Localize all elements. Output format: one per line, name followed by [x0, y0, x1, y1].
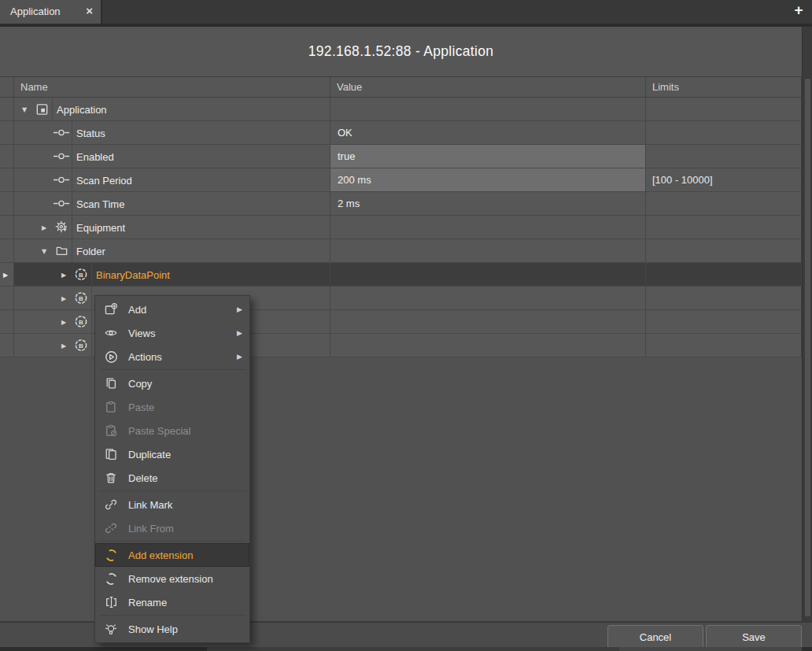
- expand-arrow-icon[interactable]: ▶: [39, 224, 49, 231]
- value-cell[interactable]: [330, 98, 645, 120]
- tree-indent-guide: [72, 145, 72, 168]
- value-cell[interactable]: [330, 310, 645, 333]
- menu-item-actions[interactable]: Actions▶: [95, 345, 249, 368]
- add-tab-button[interactable]: +: [790, 2, 807, 19]
- limits-text: [100 - 10000]: [652, 174, 713, 186]
- limits-cell: [645, 287, 802, 309]
- menu-item-label: Delete: [128, 472, 158, 484]
- limits-cell: [100 - 10000]: [645, 168, 802, 191]
- limits-cell: [645, 334, 802, 357]
- vertical-scrollbar[interactable]: [802, 27, 812, 621]
- cancel-button[interactable]: Cancel: [607, 625, 703, 649]
- menu-item-add-extension[interactable]: Add extension: [95, 543, 249, 567]
- play-icon: [103, 350, 119, 364]
- limits-cell: [645, 310, 802, 333]
- tree-item-label: Application: [57, 103, 107, 115]
- save-button[interactable]: Save: [706, 625, 802, 649]
- menu-item-label: Paste: [128, 401, 154, 413]
- column-header-value[interactable]: Value: [330, 77, 645, 97]
- column-header-name[interactable]: Name: [14, 77, 330, 97]
- copy-icon: [103, 376, 119, 390]
- row-gutter[interactable]: [0, 145, 14, 168]
- value-text: true: [338, 150, 355, 162]
- table-row-enabled[interactable]: Enabledtrue: [0, 145, 802, 168]
- menu-item-delete[interactable]: Delete: [95, 466, 249, 490]
- menu-item-duplicate[interactable]: Duplicate: [95, 442, 249, 466]
- menu-item-link-mark[interactable]: Link Mark: [95, 493, 249, 516]
- row-gutter[interactable]: [0, 121, 14, 144]
- limits-cell: [645, 239, 802, 262]
- menu-item-add[interactable]: Add▶: [95, 298, 249, 321]
- table-row-equipment[interactable]: ▶Equipment: [0, 216, 802, 239]
- value-cell[interactable]: [330, 287, 645, 309]
- tab-application[interactable]: Application ×: [0, 0, 102, 24]
- collapse-arrow-icon[interactable]: ▼: [20, 105, 29, 113]
- window-bottom-edge: [0, 647, 812, 651]
- paste-special-icon: [103, 424, 119, 438]
- tab-bar: Application × +: [0, 0, 812, 24]
- menu-item-label: Link From: [128, 523, 174, 534]
- context-menu: Add▶Views▶Actions▶CopyPastePaste Special…: [94, 295, 250, 643]
- table-row-folder[interactable]: ▼Folder: [0, 239, 802, 263]
- row-gutter[interactable]: [0, 98, 14, 120]
- menu-item-label: Show Help: [128, 623, 178, 635]
- expand-arrow-icon[interactable]: ▶: [59, 271, 68, 278]
- value-text: 2 ms: [338, 198, 360, 209]
- value-cell[interactable]: true: [330, 145, 645, 168]
- extension-icon: [103, 571, 119, 586]
- value-cell[interactable]: OK: [330, 121, 645, 144]
- equipment-icon: [54, 220, 69, 235]
- table-row-status[interactable]: StatusOK: [0, 121, 802, 145]
- table-row-binarydatapoint[interactable]: ▶▶BBinaryDataPoint: [0, 263, 802, 287]
- value-cell[interactable]: [330, 334, 645, 357]
- menu-item-copy[interactable]: Copy: [95, 372, 249, 395]
- value-cell[interactable]: 200 ms: [330, 168, 645, 191]
- binary-datapoint-icon: B: [73, 314, 89, 329]
- menu-item-label: Link Mark: [128, 499, 172, 511]
- menu-item-rename[interactable]: Rename: [95, 590, 249, 614]
- row-gutter[interactable]: [0, 310, 14, 333]
- expand-arrow-icon[interactable]: ▶: [59, 342, 68, 349]
- menu-item-show-help[interactable]: Show Help: [95, 617, 249, 641]
- row-gutter[interactable]: ▶: [0, 263, 14, 286]
- value-cell[interactable]: [330, 239, 645, 262]
- row-gutter[interactable]: [0, 168, 14, 191]
- menu-item-paste-special[interactable]: Paste Special: [95, 419, 249, 442]
- limits-cell: [645, 192, 802, 215]
- value-text: 200 ms: [338, 174, 371, 186]
- column-header-limits[interactable]: Limits: [645, 77, 802, 97]
- collapse-arrow-icon[interactable]: ▼: [39, 247, 49, 254]
- binary-datapoint-icon: B: [73, 267, 89, 282]
- value-cell[interactable]: [330, 216, 645, 239]
- tree-indent-guide: [91, 334, 92, 357]
- limits-cell: [645, 263, 802, 286]
- menu-item-remove-extension[interactable]: Remove extension: [95, 567, 249, 590]
- tree-indent-guide: [72, 239, 72, 262]
- selected-row-marker-icon: ▶: [3, 271, 8, 278]
- submenu-arrow-icon: ▶: [237, 305, 242, 313]
- menu-item-link-from[interactable]: Link From: [95, 516, 249, 540]
- value-cell[interactable]: 2 ms: [330, 192, 645, 215]
- close-icon[interactable]: ×: [86, 4, 93, 17]
- row-gutter[interactable]: [0, 334, 14, 357]
- rename-icon: [103, 595, 119, 609]
- row-gutter[interactable]: [0, 239, 14, 262]
- table-row-scan-period[interactable]: Scan Period200 ms[100 - 10000]: [0, 168, 802, 192]
- expand-arrow-icon[interactable]: ▶: [59, 294, 68, 301]
- scrollbar-thumb[interactable]: [805, 79, 810, 616]
- tree-item-label: Status: [76, 127, 105, 139]
- tree-indent-guide: [72, 121, 72, 144]
- value-cell[interactable]: [330, 263, 645, 286]
- row-gutter[interactable]: [0, 192, 14, 215]
- row-gutter[interactable]: [0, 216, 14, 239]
- value-text: OK: [338, 127, 352, 139]
- menu-item-views[interactable]: Views▶: [95, 321, 249, 345]
- menu-item-paste[interactable]: Paste: [95, 395, 249, 419]
- table-header: Name Value Limits: [0, 76, 802, 98]
- menu-item-label: Duplicate: [128, 449, 171, 461]
- table-row-scan-time[interactable]: Scan Time2 ms: [0, 192, 802, 216]
- tree-item-label: Enabled: [76, 150, 114, 162]
- table-row-application[interactable]: ▼Application: [0, 98, 802, 121]
- expand-arrow-icon[interactable]: ▶: [59, 318, 68, 325]
- row-gutter[interactable]: [0, 287, 14, 309]
